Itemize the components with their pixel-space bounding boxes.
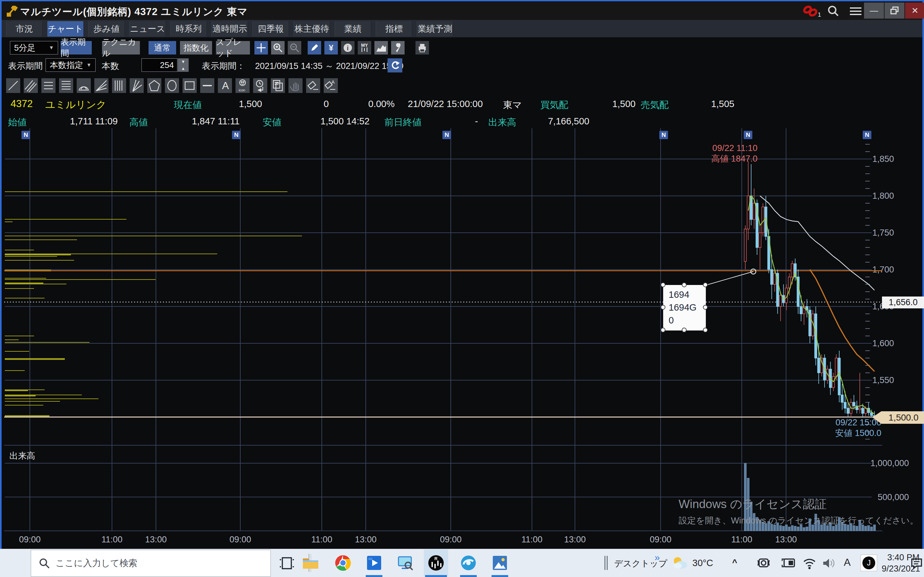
network-wifi-icon[interactable] bbox=[803, 557, 816, 569]
photos-app-icon[interactable] bbox=[490, 553, 509, 572]
low-annotation: 09/22 15:00 安値 1500.0 bbox=[804, 417, 881, 438]
annotation-resize-handle[interactable] bbox=[661, 305, 666, 309]
display-period-button[interactable]: 表示期間 bbox=[61, 41, 92, 55]
tab-8[interactable]: 業績 bbox=[334, 21, 371, 37]
news-marker-icon[interactable]: N bbox=[659, 131, 668, 139]
crosshair-icon[interactable] bbox=[254, 41, 268, 55]
tab-3[interactable]: ニュース bbox=[129, 21, 166, 37]
parallel-lines-icon[interactable] bbox=[24, 78, 38, 93]
title-bar: マルチツール(個別銘柄) 4372 ユミルリンク 東マ 1 — ✕ bbox=[2, 1, 922, 20]
quote-annotation-box[interactable]: 1694 1694G 0 bbox=[663, 285, 706, 330]
restore-button[interactable] bbox=[885, 3, 905, 19]
rectangle-icon[interactable] bbox=[183, 78, 197, 93]
emoticon-icon[interactable]: icon bbox=[236, 78, 250, 93]
area-chart-icon[interactable] bbox=[375, 41, 388, 55]
movies-app-icon[interactable] bbox=[365, 553, 384, 572]
hline-segment-icon[interactable] bbox=[200, 78, 214, 93]
news-marker-icon[interactable]: N bbox=[443, 131, 451, 139]
info-icon[interactable]: i bbox=[341, 41, 355, 55]
pc-search-app-icon[interactable] bbox=[396, 553, 415, 572]
annotation-resize-handle[interactable] bbox=[703, 327, 708, 332]
action-center-icon[interactable] bbox=[911, 557, 923, 569]
news-marker-icon[interactable]: N bbox=[232, 131, 241, 139]
news-marker-icon[interactable]: N bbox=[21, 131, 30, 139]
search-icon[interactable] bbox=[827, 5, 839, 17]
chart-app-icon[interactable]: R bbox=[426, 553, 446, 572]
count-down-spinner[interactable]: ▼ bbox=[178, 58, 189, 65]
annotation-resize-handle[interactable] bbox=[703, 305, 708, 309]
count-up-spinner[interactable]: ▲ bbox=[178, 65, 189, 72]
hlines-3-icon[interactable] bbox=[41, 78, 55, 93]
duplicate-icon[interactable] bbox=[271, 78, 285, 93]
annotation-resize-handle[interactable] bbox=[703, 282, 708, 287]
battery-icon[interactable] bbox=[782, 558, 796, 568]
annotation-resize-handle[interactable] bbox=[682, 282, 687, 287]
annotation-resize-handle[interactable] bbox=[661, 282, 666, 287]
task-view-icon[interactable] bbox=[280, 556, 294, 570]
drag-hand-icon[interactable] bbox=[288, 78, 302, 93]
menu-icon[interactable] bbox=[849, 6, 862, 16]
weather-icon[interactable] bbox=[671, 555, 689, 571]
fan-lines-icon[interactable] bbox=[94, 78, 108, 93]
annotation-resize-handle[interactable] bbox=[661, 327, 666, 332]
tab-2[interactable]: 歩み値 bbox=[88, 21, 125, 37]
pentagon-icon[interactable] bbox=[147, 78, 162, 93]
volume-icon[interactable] bbox=[822, 557, 837, 569]
desktop-toolbar-handle[interactable] bbox=[604, 556, 606, 570]
app-icon bbox=[7, 6, 18, 17]
text-tool-icon[interactable]: A bbox=[218, 78, 232, 93]
tab-selected-1[interactable]: チャート bbox=[47, 21, 84, 37]
hidden-icons-chevron[interactable]: ^ bbox=[732, 558, 737, 568]
wrench-icon[interactable] bbox=[391, 41, 405, 55]
vlines-icon[interactable] bbox=[112, 78, 126, 93]
taskbar-search-input[interactable]: ここに入力して検索 bbox=[31, 550, 271, 577]
news-marker-icon[interactable]: N bbox=[744, 131, 752, 139]
pencil-icon[interactable] bbox=[308, 41, 321, 55]
print-icon[interactable] bbox=[415, 41, 429, 55]
news-marker-icon[interactable]: N bbox=[863, 131, 871, 139]
blue-circle-app-icon[interactable] bbox=[459, 553, 478, 572]
my-chart-icon[interactable]: MY bbox=[358, 41, 371, 55]
weather-temp[interactable]: 30°C bbox=[692, 558, 713, 568]
hlines-4-icon[interactable] bbox=[59, 78, 73, 93]
technical-button[interactable]: テクニカル bbox=[102, 41, 140, 55]
app-running-indicator bbox=[491, 575, 508, 577]
link-icon[interactable]: 1 bbox=[803, 5, 822, 17]
normal-button[interactable]: 通常 bbox=[149, 41, 176, 55]
bar-count-input[interactable]: 254 bbox=[142, 58, 178, 72]
period-mode-select[interactable]: 本数指定▼ bbox=[45, 58, 95, 72]
desktop-chevron[interactable]: » bbox=[654, 552, 660, 563]
tab-6[interactable]: 四季報 bbox=[252, 21, 289, 37]
pitchfork-icon[interactable] bbox=[129, 78, 144, 93]
zoom-in-icon[interactable] bbox=[271, 41, 284, 55]
interval-select[interactable]: 5分足▼ bbox=[10, 41, 58, 55]
tab-9[interactable]: 指標 bbox=[376, 21, 412, 37]
tab-0[interactable]: 市況 bbox=[6, 21, 43, 37]
search-icon bbox=[39, 558, 50, 569]
zoom-out-icon[interactable] bbox=[288, 41, 301, 55]
annotation-resize-handle[interactable] bbox=[682, 327, 687, 332]
price-chart-canvas[interactable]: 1,8501,8001,7501,7001,6501,6001,5501,000… bbox=[2, 128, 924, 550]
tab-10[interactable]: 業績予測 bbox=[417, 21, 453, 37]
yen-icon[interactable]: ¥ bbox=[325, 41, 338, 55]
reload-icon[interactable] bbox=[388, 58, 402, 73]
file-explorer-icon[interactable] bbox=[301, 553, 320, 572]
eraser-all-icon[interactable]: A bbox=[324, 78, 338, 93]
close-button[interactable]: ✕ bbox=[905, 3, 924, 19]
chrome-icon[interactable] bbox=[333, 553, 352, 572]
clock-arrow-icon[interactable] bbox=[253, 78, 267, 93]
tab-7[interactable]: 株主優待 bbox=[294, 21, 330, 37]
tab-5[interactable]: 適時開示 bbox=[212, 21, 248, 37]
indexed-button[interactable]: 指数化 bbox=[180, 41, 212, 55]
ime-lang-icon[interactable]: J bbox=[861, 554, 877, 571]
eraser-icon[interactable] bbox=[306, 78, 320, 93]
spread-button[interactable]: スプレッド bbox=[216, 41, 250, 55]
tab-4[interactable]: 時系列 bbox=[170, 21, 207, 37]
camera-tray-icon[interactable] bbox=[757, 557, 770, 569]
ellipse-icon[interactable] bbox=[165, 78, 179, 93]
minimize-button[interactable]: — bbox=[864, 3, 884, 19]
ime-mode-indicator[interactable]: A bbox=[844, 556, 851, 568]
volume-value: 7,166,500 bbox=[528, 116, 590, 127]
fibonacci-arc-icon[interactable] bbox=[77, 78, 91, 93]
trendline-icon[interactable] bbox=[6, 78, 20, 93]
